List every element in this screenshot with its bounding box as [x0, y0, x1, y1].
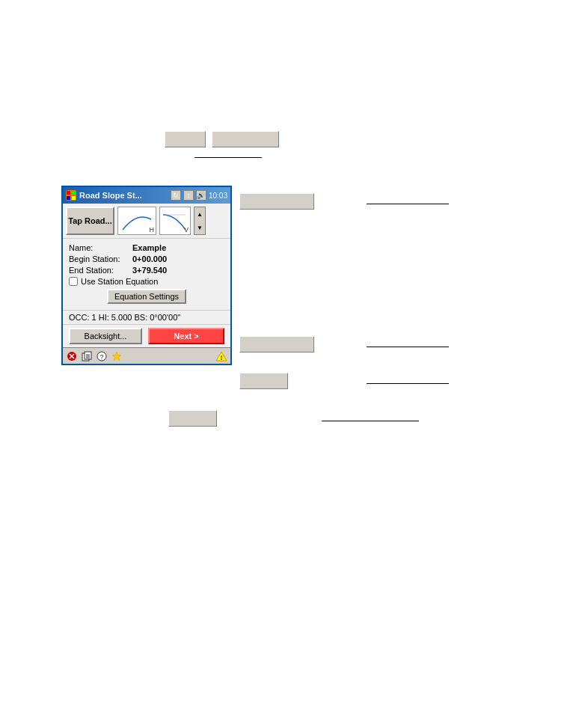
svg-rect-1	[72, 191, 76, 195]
begin-station-value: 0+00.000	[132, 254, 167, 263]
taskbar: ? !	[63, 347, 230, 364]
use-station-equation-row: Use Station Equation	[69, 277, 224, 286]
road-slope-dialog: Road Slope St... ↻ ↕ 🔊 10:03 Tap Road...…	[61, 186, 232, 365]
name-row: Name: Example	[69, 243, 224, 252]
warning-taskbar-icon[interactable]: !	[215, 350, 227, 362]
use-station-equation-label: Use Station Equation	[81, 277, 158, 286]
status-bar: OCC: 1 HI: 5.000 BS: 0°00'00"	[63, 310, 230, 324]
bottom-buttons: Backsight... Next >	[63, 324, 230, 347]
underline-3	[367, 347, 449, 347]
time-display: 10:03	[209, 192, 227, 200]
dialog-title: Road Slope St...	[79, 191, 168, 200]
copy-taskbar-icon[interactable]	[81, 350, 93, 362]
begin-station-label: Begin Station:	[69, 254, 132, 263]
network-icon[interactable]: ↕	[183, 190, 194, 201]
status-text: OCC: 1 HI: 5.000 BS: 0°00'00"	[69, 313, 180, 322]
end-station-label: End Station:	[69, 266, 132, 275]
underline-5	[322, 421, 419, 421]
svg-rect-0	[67, 191, 70, 195]
scroll-up-icon: ▲	[197, 211, 203, 218]
star-taskbar-icon[interactable]	[111, 350, 123, 362]
right-button-2[interactable]	[239, 336, 314, 353]
help-taskbar-icon[interactable]: ?	[96, 350, 108, 362]
equation-settings-button[interactable]: Equation Settings	[107, 289, 186, 304]
curve-h-label: H	[150, 226, 155, 234]
close-taskbar-icon[interactable]	[66, 350, 78, 362]
top-button-1[interactable]	[165, 131, 206, 147]
scroll-button[interactable]: ▲ ▼	[194, 207, 206, 235]
svg-rect-3	[72, 196, 76, 200]
underline-1	[195, 157, 262, 158]
next-button[interactable]: Next >	[148, 328, 224, 344]
right-button-4[interactable]	[168, 410, 217, 427]
title-bar-icons: ↻ ↕ 🔊 10:03	[171, 190, 227, 201]
end-station-value: 3+79.540	[132, 266, 167, 275]
name-value: Example	[132, 243, 166, 252]
svg-text:?: ?	[99, 353, 103, 361]
vertical-curve-preview[interactable]: V	[159, 207, 191, 235]
horizontal-curve-preview[interactable]: H	[117, 207, 156, 235]
use-station-equation-checkbox[interactable]	[69, 277, 78, 286]
svg-marker-15	[112, 352, 121, 361]
svg-text:!: !	[221, 354, 223, 361]
speaker-icon[interactable]: 🔊	[196, 190, 206, 201]
tap-road-button[interactable]: Tap Road...	[66, 207, 114, 235]
begin-station-row: Begin Station: 0+00.000	[69, 254, 224, 263]
top-button-2[interactable]	[212, 131, 279, 147]
info-section: Name: Example Begin Station: 0+00.000 En…	[63, 239, 230, 310]
backsight-button[interactable]: Backsight...	[69, 328, 142, 344]
right-button-3[interactable]	[239, 373, 288, 389]
underline-2	[367, 204, 449, 204]
end-station-row: End Station: 3+79.540	[69, 266, 224, 275]
name-label: Name:	[69, 243, 132, 252]
dialog-content: Tap Road... H V ▲ ▼	[63, 204, 230, 364]
windows-logo	[66, 190, 76, 201]
toolbar-row: Tap Road... H V ▲ ▼	[63, 204, 230, 239]
title-bar: Road Slope St... ↻ ↕ 🔊 10:03	[63, 187, 230, 204]
refresh-icon[interactable]: ↻	[171, 190, 181, 201]
scroll-down-icon: ▼	[197, 225, 203, 231]
curve-v-label: V	[184, 226, 189, 234]
svg-rect-2	[67, 196, 70, 200]
right-button-1[interactable]	[239, 193, 314, 210]
underline-4	[367, 383, 449, 384]
